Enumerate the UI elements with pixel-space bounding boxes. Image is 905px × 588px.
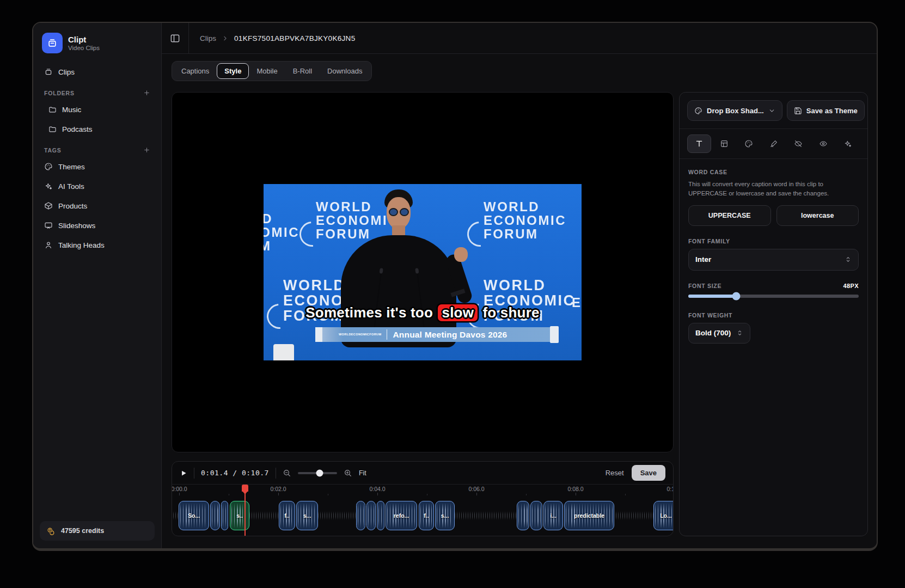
- chevron-right-icon: [222, 35, 229, 42]
- sidebar-folder-music[interactable]: Music: [40, 100, 155, 119]
- folder-label: Podcasts: [62, 125, 93, 133]
- sparkles-tool-tab[interactable]: [836, 134, 860, 153]
- tab-group: Captions Style Mobile B-Roll Downloads: [172, 61, 372, 81]
- sidebar-item-label: Themes: [58, 163, 85, 171]
- ruler-label: 0:08.0: [567, 486, 583, 492]
- sidebar-item-ai-tools[interactable]: AI Tools: [40, 176, 155, 196]
- save-as-theme-button[interactable]: Save as Theme: [787, 100, 865, 121]
- play-button[interactable]: [180, 469, 187, 477]
- lower-third-title: Annual Meeting Davos 2026: [393, 330, 507, 340]
- timeline-clip[interactable]: So...: [179, 501, 209, 530]
- sidebar-item-products[interactable]: Products: [40, 196, 155, 216]
- save-as-theme-label: Save as Theme: [806, 107, 858, 115]
- timeline-zoom-slider[interactable]: [298, 472, 337, 474]
- uppercase-button[interactable]: UPPERCASE: [688, 205, 771, 226]
- audio-waveform: [173, 511, 179, 520]
- tab-broll[interactable]: B-Roll: [285, 63, 320, 79]
- font-size-slider[interactable]: [688, 295, 859, 298]
- chevron-down-icon: [768, 107, 775, 114]
- add-folder-button[interactable]: [143, 89, 150, 96]
- word-case-description: This will convert every caption word in …: [688, 180, 859, 199]
- tab-style[interactable]: Style: [217, 63, 249, 79]
- ruler-label: 0:02.0: [270, 486, 286, 492]
- timeline-clip[interactable]: [356, 501, 365, 530]
- tags-section-header: TAGS: [40, 139, 155, 157]
- timeline-clip[interactable]: [221, 501, 228, 530]
- timeline-clip[interactable]: [377, 501, 384, 530]
- font-family-select[interactable]: Inter: [688, 249, 859, 271]
- eye-tool-tab[interactable]: [811, 134, 835, 153]
- timeline-clip[interactable]: [210, 501, 220, 530]
- video-player[interactable]: WORLDECONOMICFORUM WORLDECONOMICFORUM WO…: [172, 92, 674, 452]
- breadcrumb-clips-link[interactable]: Clips: [200, 34, 216, 42]
- save-icon: [794, 107, 802, 115]
- sidebar-item-slideshows[interactable]: Slideshows: [40, 216, 155, 235]
- timeline-clip[interactable]: Lo...: [653, 501, 673, 530]
- ruler-label: 0:10.0: [666, 486, 674, 492]
- video-frame: WORLDECONOMICFORUM WORLDECONOMICFORUM WO…: [264, 184, 582, 360]
- person-icon: [44, 241, 53, 249]
- timeline-clip[interactable]: [517, 501, 529, 530]
- top-header: Clips 01KFS7501ABPVKA7BJKY0K6JN5: [162, 23, 877, 54]
- layout-tool-tab[interactable]: [712, 134, 736, 153]
- ruler-label: 0:00.0: [172, 486, 187, 492]
- lowercase-button[interactable]: lowercase: [776, 205, 859, 226]
- theme-dropdown[interactable]: Drop Box Shad...: [687, 100, 782, 121]
- tab-mobile[interactable]: Mobile: [249, 63, 285, 79]
- audio-waveform: [616, 511, 653, 520]
- timeline-clip-selected[interactable]: s..: [230, 501, 249, 530]
- font-weight-label: FONT WEIGHT: [688, 312, 859, 318]
- folders-section-header: FOLDERS: [40, 82, 155, 100]
- tab-downloads[interactable]: Downloads: [320, 63, 370, 79]
- sidebar-item-label: AI Tools: [58, 182, 84, 191]
- timeline-clip[interactable]: refo...: [386, 501, 417, 530]
- timeline-clip[interactable]: i...: [543, 501, 563, 530]
- font-size-label: FONT SIZE: [688, 283, 721, 289]
- font-size-slider-thumb[interactable]: [732, 292, 740, 300]
- reset-button[interactable]: Reset: [606, 469, 624, 477]
- caption-highlighted-word: slow: [438, 304, 478, 321]
- sidebar-item-label: Slideshows: [58, 222, 95, 230]
- timeline-clip[interactable]: s...: [296, 501, 318, 530]
- font-weight-select[interactable]: Bold (700): [688, 323, 750, 344]
- timeline-panel: 0:01.4 / 0:10.7 Fit Reset: [172, 461, 674, 536]
- sidebar-item-themes[interactable]: Themes: [40, 157, 155, 176]
- palette-icon: [694, 107, 702, 115]
- sidebar-item-label: Products: [58, 202, 87, 210]
- app-logo: Clipt Video Clips: [40, 30, 155, 62]
- zoom-out-icon[interactable]: [283, 469, 291, 477]
- timeline-clip[interactable]: [530, 501, 542, 530]
- sidebar-folder-podcasts[interactable]: Podcasts: [40, 119, 155, 139]
- text-tool-tab[interactable]: [687, 134, 711, 153]
- wef-logo: WORLDECONOMICFORUM: [339, 333, 381, 336]
- sidebar-item-clips[interactable]: Clips: [40, 62, 155, 82]
- audio-waveform: [455, 511, 517, 520]
- save-button[interactable]: Save: [632, 465, 665, 481]
- timeline-track[interactable]: So...s..f..s...refo...f..s...i...predict…: [172, 495, 673, 536]
- add-tag-button[interactable]: [143, 146, 150, 154]
- timeline-clip[interactable]: [366, 501, 376, 530]
- sidebar-item-label: Clips: [58, 68, 75, 76]
- time-display: 0:01.4 / 0:10.7: [201, 469, 269, 477]
- chevrons-up-down-icon: [845, 256, 852, 263]
- eye-off-tool-tab[interactable]: [786, 134, 810, 153]
- timeline-clip[interactable]: f..: [279, 501, 295, 530]
- palette-tool-tab[interactable]: [737, 134, 761, 153]
- chevrons-up-down-icon: [736, 329, 743, 336]
- timeline-clip[interactable]: f..: [419, 501, 434, 530]
- timeline-clip[interactable]: s...: [435, 501, 455, 530]
- font-family-label: FONT FAMILY: [688, 238, 859, 244]
- style-tool-tabs: [680, 129, 867, 159]
- tab-captions[interactable]: Captions: [174, 63, 217, 79]
- sidebar-item-talking-heads[interactable]: Talking Heads: [40, 235, 155, 255]
- fit-button[interactable]: Fit: [359, 469, 366, 477]
- sidebar-toggle-button[interactable]: [162, 33, 188, 44]
- palette-icon: [44, 162, 53, 171]
- credits-badge[interactable]: 47595 credits: [40, 521, 155, 541]
- zoom-in-icon[interactable]: [344, 469, 352, 477]
- credits-label: 47595 credits: [61, 527, 104, 535]
- timeline-clip[interactable]: predictable: [564, 501, 614, 530]
- pen-tool-tab[interactable]: [762, 134, 786, 153]
- audio-waveform: [318, 511, 356, 520]
- ruler-label: 0:06.0: [468, 486, 484, 492]
